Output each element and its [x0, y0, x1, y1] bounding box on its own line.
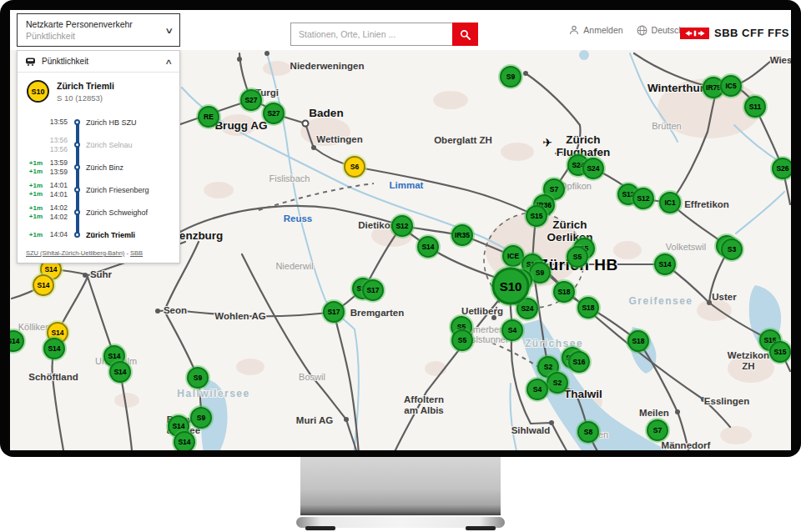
stop-name: Zürich HB SZU — [84, 118, 179, 127]
line-badge-s11[interactable]: S11 — [744, 96, 766, 118]
monitor-foot-left — [305, 526, 335, 530]
stop-times: 14:01 14:01 — [43, 181, 69, 198]
map-label: Winterthur — [647, 83, 704, 95]
line-badge-s14[interactable]: S14 — [33, 274, 54, 296]
line-badge-s7[interactable]: S7 — [647, 419, 668, 441]
login-button[interactable]: Anmelden — [569, 25, 622, 35]
stop-row[interactable]: +1m +1m13:59 13:59Zürich Binz — [18, 156, 179, 178]
line-badge-ic1[interactable]: IC1 — [659, 192, 681, 213]
line-badge-s15[interactable]: S15 — [769, 341, 791, 363]
line-badge-s5[interactable]: S5 — [567, 246, 588, 268]
stop-name: Zürich Selnau — [84, 141, 179, 149]
line-badge-s14[interactable]: S14 — [174, 431, 195, 450]
sbb-flag-icon — [680, 28, 709, 39]
map-label: Esslingen — [704, 396, 749, 407]
map-label: Baden — [309, 108, 343, 120]
line-badge-s9[interactable]: S9 — [500, 66, 521, 88]
map-label: Niederweningen — [290, 61, 365, 72]
train-icon — [25, 58, 36, 66]
map-label: Wohlen AG — [214, 311, 265, 322]
stop-name: Zürich Triemli — [84, 231, 179, 239]
stop-delay: +1m +1m — [18, 204, 43, 221]
stop-row[interactable]: +1m14:04Zürich Triemli — [18, 223, 179, 246]
map-label: Niederwil — [275, 261, 313, 271]
map-label: Oberglatt ZH — [434, 135, 492, 146]
map-label: Uster — [712, 292, 736, 303]
train-line-badge: S10 — [27, 80, 49, 103]
map-label: Wies — [770, 55, 791, 66]
line-badge-s12[interactable]: S12 — [391, 215, 413, 237]
train-summary[interactable]: S10 Zürich Triemli S 10 (12853) — [18, 73, 179, 106]
line-badge-s18[interactable]: S18 — [553, 281, 575, 303]
line-badge-s14[interactable]: S14 — [43, 338, 65, 359]
stop-row[interactable]: +1m +1m14:01 14:01Zürich Friesenberg — [18, 178, 179, 201]
line-badge-s18[interactable]: S18 — [577, 297, 599, 319]
line-badge-s2[interactable]: S2 — [547, 372, 568, 394]
map-label: Uetliberg — [461, 306, 503, 317]
line-badge-s14[interactable]: S14 — [109, 361, 131, 383]
line-badge-ir35[interactable]: IR35 — [451, 224, 473, 246]
train-name: Zürich Triemli — [57, 80, 114, 93]
map-label: Effretikon — [684, 199, 729, 210]
map-label: ✈ — [542, 137, 552, 149]
map-label: Volketswil — [666, 242, 706, 252]
line-badge-s4[interactable]: S4 — [526, 379, 548, 400]
map-label: Muri AG — [296, 415, 333, 426]
map-label: Suhr — [90, 269, 112, 280]
line-badge-s27[interactable]: S27 — [263, 103, 285, 124]
search-input[interactable] — [290, 23, 452, 46]
line-badge-s17[interactable]: S17 — [323, 301, 345, 323]
line-badge-s5[interactable]: S5 — [451, 329, 473, 351]
sbb-logo-text: SBB CFF FFS — [714, 27, 789, 39]
panel-footer: SZU (Sihltal-Zürich-Uetliberg-Bahn) - SB… — [18, 245, 179, 263]
line-badge-s8[interactable]: S8 — [577, 421, 599, 443]
map-label: Wetzikon ZH — [728, 350, 770, 371]
stop-row[interactable]: 13:55Zürich HB SZU — [18, 111, 179, 133]
line-badge-s9[interactable]: S9 — [187, 367, 209, 389]
operator-link[interactable]: SZU (Sihltal-Zürich-Uetliberg-Bahn) — [26, 249, 124, 257]
stop-times: 14:04 — [43, 230, 69, 239]
stop-row[interactable]: +1m +1m14:02 14:02Zürich Schweighof — [18, 201, 179, 223]
map-label: Kölliken — [18, 322, 51, 332]
line-badge-s14[interactable]: S14 — [10, 330, 24, 352]
station-dot — [523, 71, 528, 76]
map-label: Limmat — [390, 180, 424, 191]
line-badge-s4[interactable]: S4 — [501, 319, 523, 341]
line-badge-s12[interactable]: S12 — [632, 188, 654, 209]
line-badge-s14[interactable]: S14 — [417, 236, 439, 258]
line-badge-re[interactable]: RE — [198, 106, 219, 128]
line-badge-s15[interactable]: S15 — [526, 205, 547, 227]
globe-icon — [637, 25, 647, 36]
panel-header[interactable]: Pünktlichkeit ∧ — [18, 51, 179, 73]
train-number: S 10 (12853) — [57, 93, 114, 103]
login-label: Anmelden — [583, 25, 622, 35]
header-actions: Anmelden Deutsch ∨ — [569, 10, 693, 50]
line-badge-s17[interactable]: S17 — [362, 279, 384, 301]
line-badge-s3[interactable]: S3 — [721, 238, 743, 260]
station-dot — [83, 273, 88, 278]
map-label: Sihlwald — [511, 425, 551, 436]
line-badge-s18[interactable]: S18 — [627, 330, 649, 352]
search-icon — [460, 29, 471, 40]
operator-link[interactable]: SBB — [130, 249, 143, 257]
line-badge-ic5[interactable]: IC5 — [720, 75, 742, 97]
line-badge-s24[interactable]: S24 — [582, 158, 604, 179]
line-badge-s26[interactable]: S26 — [772, 158, 791, 179]
line-badge-s10[interactable]: S10 — [492, 268, 530, 305]
stop-times: 13:56 13:56 — [43, 136, 69, 153]
line-badge-s16[interactable]: S16 — [568, 351, 590, 373]
map-label: Schöftland — [28, 372, 78, 383]
stop-row[interactable]: 13:56 13:56Zürich Selnau — [18, 133, 179, 156]
map-label: Bremgarten — [350, 308, 405, 319]
search-button[interactable] — [452, 23, 478, 46]
line-badge-s9[interactable]: S9 — [190, 407, 212, 429]
station-dot — [155, 309, 160, 314]
line-badge-s14[interactable]: S14 — [654, 253, 676, 275]
map-label: Hallwilersee — [177, 389, 249, 399]
layer-select[interactable]: Netzkarte Personenverkehr Pünktlichkeit … — [17, 13, 180, 47]
chevron-up-icon[interactable]: ∧ — [165, 58, 174, 66]
punctuality-panel: Pünktlichkeit ∧ S10 Zürich Triemli S 10 … — [17, 50, 180, 263]
line-badge-s6[interactable]: S6 — [344, 156, 365, 178]
stop-marker-icon — [74, 119, 80, 125]
line-badge-s27[interactable]: S27 — [240, 89, 262, 111]
